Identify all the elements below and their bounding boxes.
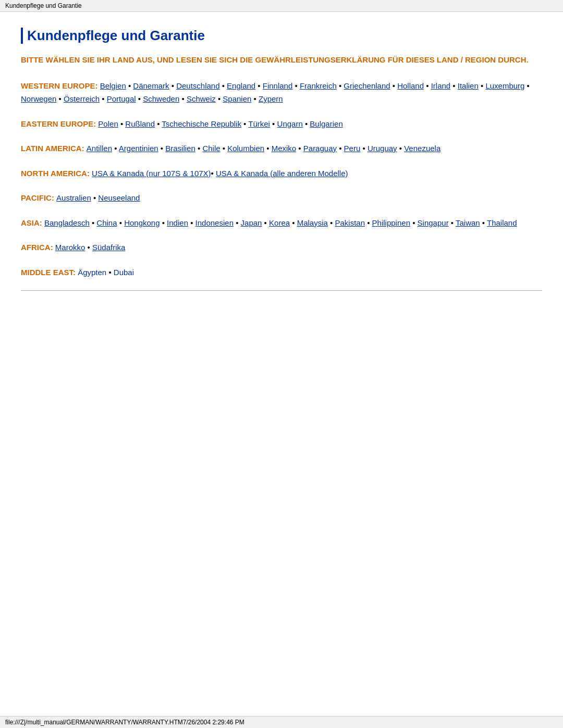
- link-spanien[interactable]: Spanien: [223, 94, 251, 103]
- link-indonesien[interactable]: Indonesien: [195, 218, 234, 227]
- link-australien[interactable]: Australien: [56, 193, 91, 202]
- regions-container: WESTERN EUROPE: Belgien • Dänemark • Deu…: [21, 79, 542, 279]
- link-paraguay[interactable]: Paraguay: [303, 144, 337, 153]
- region-latin-america: LATIN AMERICA: Antillen • Argentinien • …: [21, 142, 542, 155]
- link-brasilien[interactable]: Brasilien: [165, 144, 195, 153]
- link-antillen[interactable]: Antillen: [87, 144, 112, 153]
- page-title: Kundenpflege und Garantie: [21, 28, 542, 44]
- link-trkei[interactable]: Türkei: [248, 119, 270, 128]
- link-gypten[interactable]: Ägypten: [78, 268, 106, 277]
- link-dubai[interactable]: Dubai: [114, 268, 134, 277]
- link-japan[interactable]: Japan: [241, 218, 262, 227]
- link-chile[interactable]: Chile: [202, 144, 220, 153]
- separator: [21, 290, 542, 291]
- link-sdafrika[interactable]: Südafrika: [92, 243, 125, 252]
- link-finnland[interactable]: Finnland: [263, 81, 293, 90]
- region-label-north-america: NORTH AMERICA:: [21, 169, 92, 178]
- region-label-middle-east: MIDDLE EAST:: [21, 268, 78, 277]
- link-bangladesch[interactable]: Bangladesch: [44, 218, 90, 227]
- region-links-asia: Bangladesch • China • Hongkong • Indien …: [44, 218, 517, 227]
- link-kolumbien[interactable]: Kolumbien: [227, 144, 264, 153]
- link-pakistan[interactable]: Pakistan: [335, 218, 365, 227]
- region-label-latin-america: LATIN AMERICA:: [21, 144, 87, 153]
- link-sterreich[interactable]: Österreich: [64, 94, 100, 103]
- link-luxemburg[interactable]: Luxemburg: [485, 81, 524, 90]
- link-schweden[interactable]: Schweden: [143, 94, 179, 103]
- link-tschechische-republik[interactable]: Tschechische Republik: [162, 119, 241, 128]
- link-argentinien[interactable]: Argentinien: [119, 144, 158, 153]
- region-label-western-europe: WESTERN EUROPE:: [21, 81, 100, 90]
- link-philippinen[interactable]: Philippinen: [372, 218, 410, 227]
- region-label-asia: ASIA:: [21, 218, 44, 227]
- link-deutschland[interactable]: Deutschland: [176, 81, 219, 90]
- title-bar: Kundenpflege und Garantie: [0, 0, 563, 12]
- region-asia: ASIA: Bangladesch • China • Hongkong • I…: [21, 216, 542, 230]
- link-italien[interactable]: Italien: [458, 81, 479, 90]
- link-frankreich[interactable]: Frankreich: [300, 81, 337, 90]
- link-holland[interactable]: Holland: [397, 81, 424, 90]
- link-belgien[interactable]: Belgien: [100, 81, 126, 90]
- intro-paragraph: BITTE WÄHLEN SIE IHR LAND AUS, UND LESEN…: [21, 54, 542, 66]
- link-uruguay[interactable]: Uruguay: [368, 144, 397, 153]
- link-bulgarien[interactable]: Bulgarien: [310, 119, 342, 128]
- link-venezuela[interactable]: Venezuela: [404, 144, 440, 153]
- region-label-africa: AFRICA:: [21, 243, 55, 252]
- status-bar-text: file:///Z|/multi_manual/GERMAN/WARRANTY/…: [5, 719, 244, 726]
- main-content: Kundenpflege und Garantie BITTE WÄHLEN S…: [0, 12, 563, 343]
- link-thailand[interactable]: Thailand: [487, 218, 517, 227]
- region-links-latin-america: Antillen • Argentinien • Brasilien • Chi…: [87, 144, 440, 153]
- link-portugal[interactable]: Portugal: [107, 94, 136, 103]
- link-taiwan[interactable]: Taiwan: [456, 218, 480, 227]
- link-indien[interactable]: Indien: [167, 218, 188, 227]
- link-ungarn[interactable]: Ungarn: [277, 119, 303, 128]
- link-usa--kanada-alle-anderen-modelle[interactable]: USA & Kanada (alle anderen Modelle): [216, 169, 348, 178]
- link-polen[interactable]: Polen: [98, 119, 118, 128]
- link-malaysia[interactable]: Malaysia: [297, 218, 328, 227]
- link-irland[interactable]: Irland: [431, 81, 451, 90]
- region-middle-east: MIDDLE EAST: Ägypten • Dubai: [21, 266, 542, 279]
- link-singapur[interactable]: Singapur: [418, 218, 449, 227]
- title-bar-text: Kundenpflege und Garantie: [5, 2, 82, 9]
- link-china[interactable]: China: [96, 218, 117, 227]
- region-label-pacific: PACIFIC:: [21, 193, 56, 202]
- link-peru[interactable]: Peru: [344, 144, 361, 153]
- link-marokko[interactable]: Marokko: [55, 243, 85, 252]
- link-zypern[interactable]: Zypern: [259, 94, 283, 103]
- link-england[interactable]: England: [227, 81, 255, 90]
- region-links-north-america: USA & Kanada (nur 107S & 107X)• USA & Ka…: [92, 169, 348, 178]
- region-links-eastern-europe: Polen • Rußland • Tschechische Republik …: [98, 119, 342, 128]
- region-north-america: NORTH AMERICA: USA & Kanada (nur 107S & …: [21, 167, 542, 180]
- region-label-eastern-europe: EASTERN EUROPE:: [21, 119, 98, 128]
- link-schweiz[interactable]: Schweiz: [187, 94, 216, 103]
- region-links-pacific: Australien • Neuseeland: [56, 193, 140, 202]
- region-eastern-europe: EASTERN EUROPE: Polen • Rußland • Tschec…: [21, 117, 542, 131]
- link-hongkong[interactable]: Hongkong: [124, 218, 160, 227]
- link-griechenland[interactable]: Griechenland: [344, 81, 390, 90]
- region-links-africa: Marokko • Südafrika: [55, 243, 126, 252]
- link-usa--kanada-nur-107s--107x[interactable]: USA & Kanada (nur 107S & 107X): [92, 169, 211, 178]
- link-neuseeland[interactable]: Neuseeland: [98, 193, 140, 202]
- link-norwegen[interactable]: Norwegen: [21, 94, 56, 103]
- region-pacific: PACIFIC: Australien • Neuseeland: [21, 191, 542, 205]
- region-links-middle-east: Ägypten • Dubai: [78, 268, 134, 277]
- link-dnemark[interactable]: Dänemark: [133, 81, 169, 90]
- link-korea[interactable]: Korea: [269, 218, 290, 227]
- region-africa: AFRICA: Marokko • Südafrika: [21, 241, 542, 254]
- status-bar: file:///Z|/multi_manual/GERMAN/WARRANTY/…: [0, 716, 563, 728]
- link-mexiko[interactable]: Mexiko: [272, 144, 297, 153]
- link-ruland[interactable]: Rußland: [125, 119, 155, 128]
- region-western-europe: WESTERN EUROPE: Belgien • Dänemark • Deu…: [21, 79, 542, 106]
